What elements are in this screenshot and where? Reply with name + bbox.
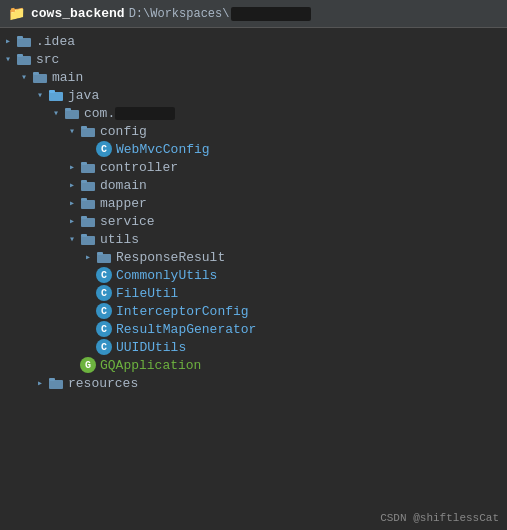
java-icon-InterceptorConfig: C (96, 303, 112, 319)
svg-rect-13 (81, 162, 87, 165)
svg-rect-9 (65, 108, 71, 111)
svg-rect-6 (49, 92, 63, 101)
item-label-domain: domain (100, 178, 147, 193)
svg-rect-11 (81, 126, 87, 129)
item-label-controller: controller (100, 160, 178, 175)
tree-item-com[interactable]: com. (0, 104, 507, 122)
tree-item-mapper[interactable]: mapper (0, 194, 507, 212)
tree-item-domain[interactable]: domain (0, 176, 507, 194)
project-path: D:\Workspaces\ (129, 7, 230, 21)
arrow-InterceptorConfig[interactable] (80, 303, 96, 319)
svg-rect-1 (17, 36, 23, 39)
tree-item-FileUtil[interactable]: CFileUtil (0, 284, 507, 302)
folder-icon-com (64, 105, 80, 121)
arrow-src[interactable] (0, 51, 16, 67)
tree-item-main[interactable]: main (0, 68, 507, 86)
svg-rect-10 (81, 128, 95, 137)
svg-rect-4 (33, 74, 47, 83)
item-label-mapper: mapper (100, 196, 147, 211)
project-folder-icon: 📁 (8, 5, 25, 22)
folder-icon-config (80, 123, 96, 139)
svg-rect-19 (81, 216, 87, 219)
arrow-CommonlyUtils[interactable] (80, 267, 96, 283)
item-label-main: main (52, 70, 83, 85)
java-icon-WebMvcConfig: C (96, 141, 112, 157)
svg-rect-0 (17, 38, 31, 47)
arrow-GQApplication[interactable] (64, 357, 80, 373)
item-label-WebMvcConfig: WebMvcConfig (116, 142, 210, 157)
tree-item-utils[interactable]: utils (0, 230, 507, 248)
tree-item-ResultMapGenerator[interactable]: CResultMapGenerator (0, 320, 507, 338)
folder-icon-utils (80, 231, 96, 247)
arrow-service[interactable] (64, 213, 80, 229)
tree-item-CommonlyUtils[interactable]: CCommonlyUtils (0, 266, 507, 284)
tree-item-resources[interactable]: resources (0, 374, 507, 392)
svg-rect-5 (33, 72, 39, 75)
folder-icon-domain (80, 177, 96, 193)
svg-rect-14 (81, 182, 95, 191)
svg-rect-15 (81, 180, 87, 183)
arrow-idea[interactable] (0, 33, 16, 49)
tree-item-InterceptorConfig[interactable]: CInterceptorConfig (0, 302, 507, 320)
path-redacted (231, 7, 311, 21)
java-icon-ResultMapGenerator: C (96, 321, 112, 337)
tree-item-service[interactable]: service (0, 212, 507, 230)
tree-item-GQApplication[interactable]: GGQApplication (0, 356, 507, 374)
item-label-com: com. (84, 106, 175, 121)
arrow-mapper[interactable] (64, 195, 80, 211)
arrow-ResponseResult[interactable] (80, 249, 96, 265)
arrow-controller[interactable] (64, 159, 80, 175)
arrow-main[interactable] (16, 69, 32, 85)
svg-rect-20 (81, 236, 95, 245)
svg-rect-17 (81, 198, 87, 201)
arrow-domain[interactable] (64, 177, 80, 193)
item-label-utils: utils (100, 232, 139, 247)
item-label-UUIDUtils: UUIDUtils (116, 340, 186, 355)
redacted-com (115, 107, 175, 120)
arrow-resources[interactable] (32, 375, 48, 391)
java-icon-UUIDUtils: C (96, 339, 112, 355)
item-label-ResponseResult: ResponseResult (116, 250, 225, 265)
arrow-utils[interactable] (64, 231, 80, 247)
tree-item-src[interactable]: src (0, 50, 507, 68)
java-icon-CommonlyUtils: C (96, 267, 112, 283)
arrow-ResultMapGenerator[interactable] (80, 321, 96, 337)
svg-rect-25 (49, 378, 55, 381)
tree-item-config[interactable]: config (0, 122, 507, 140)
project-name: cows_backend (31, 6, 125, 21)
folder-icon-src (16, 51, 32, 67)
svg-rect-18 (81, 218, 95, 227)
svg-rect-7 (49, 90, 55, 93)
svg-rect-12 (81, 164, 95, 173)
tree-item-WebMvcConfig[interactable]: CWebMvcConfig (0, 140, 507, 158)
item-label-config: config (100, 124, 147, 139)
svg-rect-21 (81, 234, 87, 237)
arrow-config[interactable] (64, 123, 80, 139)
file-tree: .ideasrcmainjavacom.configCWebMvcConfigc… (0, 28, 507, 530)
item-label-ResultMapGenerator: ResultMapGenerator (116, 322, 256, 337)
tree-item-java[interactable]: java (0, 86, 507, 104)
svg-rect-23 (97, 252, 103, 255)
arrow-com[interactable] (48, 105, 64, 121)
item-label-idea: .idea (36, 34, 75, 49)
title-bar: 📁 cows_backend D:\Workspaces\ (0, 0, 507, 28)
arrow-WebMvcConfig[interactable] (80, 141, 96, 157)
tree-item-idea[interactable]: .idea (0, 32, 507, 50)
item-label-resources: resources (68, 376, 138, 391)
item-label-src: src (36, 52, 59, 67)
svg-rect-2 (17, 56, 31, 65)
tree-item-UUIDUtils[interactable]: CUUIDUtils (0, 338, 507, 356)
arrow-FileUtil[interactable] (80, 285, 96, 301)
folder-icon-controller (80, 159, 96, 175)
svg-rect-3 (17, 54, 23, 57)
tree-item-ResponseResult[interactable]: ResponseResult (0, 248, 507, 266)
spring-icon-GQApplication: G (80, 357, 96, 373)
arrow-UUIDUtils[interactable] (80, 339, 96, 355)
arrow-java[interactable] (32, 87, 48, 103)
item-label-InterceptorConfig: InterceptorConfig (116, 304, 249, 319)
item-label-service: service (100, 214, 155, 229)
java-icon-FileUtil: C (96, 285, 112, 301)
tree-item-controller[interactable]: controller (0, 158, 507, 176)
folder-icon-mapper (80, 195, 96, 211)
folder-icon-service (80, 213, 96, 229)
